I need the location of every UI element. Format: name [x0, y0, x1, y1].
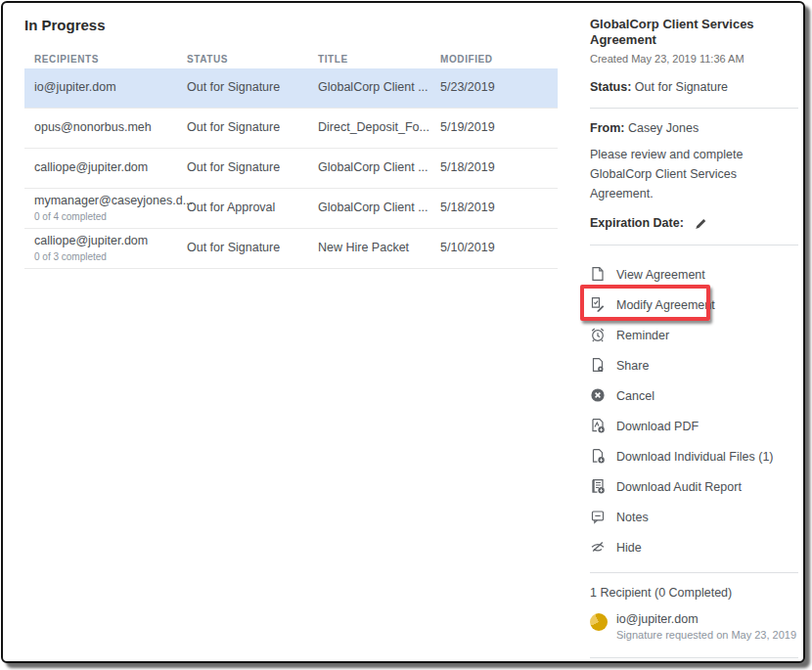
hide-button[interactable]: Hide — [590, 533, 798, 563]
divider — [590, 108, 798, 109]
action-menu: View Agreement Modify Agreement Reminder — [590, 260, 798, 563]
edit-pencil-icon[interactable] — [694, 216, 708, 231]
download-audit-report-button[interactable]: Download Audit Report — [590, 472, 798, 503]
download-pdf-icon — [590, 418, 606, 436]
table-row[interactable]: opus@nonorbus.meh Out for Signature Dire… — [24, 109, 558, 149]
column-header-title: TITLE — [318, 54, 440, 65]
view-agreement-button[interactable]: View Agreement — [590, 260, 798, 290]
row-recipient-email: mymanager@caseyjones.d... — [34, 194, 187, 209]
table-header: RECIPIENTS STATUS TITLE MODIFIED — [24, 49, 558, 68]
table-row[interactable]: io@jupiter.dom Out for Signature GlobalC… — [24, 68, 558, 109]
share-document-icon — [590, 357, 606, 376]
divider — [590, 572, 798, 573]
action-label: Share — [616, 359, 649, 373]
row-completed-count: 0 of 3 completed — [34, 251, 187, 264]
column-header-modified: MODIFIED — [440, 54, 558, 65]
status-label: Status: — [590, 80, 631, 94]
row-recipient: opus@nonorbus.meh — [34, 120, 187, 136]
row-status: Out for Signature — [187, 80, 318, 96]
divider — [590, 657, 798, 658]
recipient-item[interactable]: io@jupiter.dom Signature requested on Ma… — [590, 612, 798, 641]
action-label: Download Audit Report — [616, 480, 742, 494]
screenshot-frame: In Progress RECIPIENTS STATUS TITLE MODI… — [1, 1, 805, 663]
agreement-message: Please review and complete GlobalCorp Cl… — [590, 145, 798, 203]
row-status: Out for Approval — [187, 201, 318, 216]
action-label: Modify Agreement — [616, 298, 715, 312]
row-recipient: io@jupiter.dom — [34, 80, 187, 96]
reminder-button[interactable]: Reminder — [590, 321, 798, 351]
page-title: In Progress — [24, 11, 558, 33]
action-label: Download PDF — [616, 420, 699, 433]
cancel-button[interactable]: Cancel — [590, 381, 798, 412]
row-recipient: mymanager@caseyjones.d... 0 of 4 complet… — [34, 194, 187, 223]
column-header-status: STATUS — [187, 54, 318, 65]
share-button[interactable]: Share — [590, 351, 798, 381]
row-status: Out for Signature — [187, 120, 318, 136]
download-files-icon — [590, 448, 606, 467]
row-modified: 5/18/2019 — [440, 160, 558, 176]
row-modified: 5/18/2019 — [440, 201, 558, 216]
table-row[interactable]: calliope@jupiter.dom Out for Signature G… — [24, 149, 558, 189]
row-status: Out for Signature — [187, 241, 318, 256]
download-individual-files-button[interactable]: Download Individual Files (1) — [590, 442, 798, 472]
from-label: From: — [590, 121, 624, 135]
row-recipient-email: calliope@jupiter.dom — [34, 234, 187, 249]
agreement-detail-panel: GlobalCorp Client Services Agreement Cre… — [590, 17, 798, 663]
action-label: View Agreement — [616, 268, 705, 282]
action-label: Hide — [616, 541, 642, 555]
notes-button[interactable]: Notes — [590, 503, 798, 533]
expiration-label: Expiration Date: — [590, 216, 684, 230]
agreement-from: From: Casey Jones — [590, 121, 798, 135]
row-modified: 5/19/2019 — [440, 120, 558, 136]
row-title: GlobalCorp Client ... — [318, 80, 440, 96]
in-progress-list: In Progress RECIPIENTS STATUS TITLE MODI… — [24, 11, 558, 269]
row-status: Out for Signature — [187, 160, 318, 176]
table-row[interactable]: calliope@jupiter.dom 0 of 3 completed Ou… — [24, 229, 558, 269]
action-label: Reminder — [616, 329, 669, 342]
notes-bubble-icon — [590, 509, 606, 527]
hide-eye-icon — [590, 539, 606, 558]
row-title: GlobalCorp Client ... — [318, 160, 440, 176]
row-modified: 5/23/2019 — [440, 80, 558, 96]
recipients-heading: 1 Recipient (0 Completed) — [590, 586, 798, 600]
status-value: Out for Signature — [635, 80, 728, 94]
recipient-signature-status: Signature requested on May 23, 2019 — [616, 629, 796, 641]
cancel-circle-icon — [590, 387, 606, 406]
action-label: Cancel — [616, 389, 654, 403]
row-title: Direct_Deposit_Fo... — [318, 120, 440, 136]
row-title: GlobalCorp Client ... — [318, 201, 440, 216]
table-row[interactable]: mymanager@caseyjones.d... 0 of 4 complet… — [24, 189, 558, 229]
download-pdf-button[interactable]: Download PDF — [590, 412, 798, 442]
row-modified: 5/10/2019 — [440, 241, 558, 256]
agreement-title: GlobalCorp Client Services Agreement — [590, 17, 798, 49]
row-recipient: calliope@jupiter.dom — [34, 160, 187, 176]
agreement-created-date: Created May 23, 2019 11:36 AM — [590, 53, 798, 65]
row-title: New Hire Packet — [318, 241, 440, 256]
view-agreement-icon — [590, 266, 606, 285]
modify-agreement-button[interactable]: Modify Agreement — [590, 290, 798, 321]
modify-agreement-icon — [590, 296, 606, 315]
action-label: Notes — [616, 511, 649, 524]
row-recipient: calliope@jupiter.dom 0 of 3 completed — [34, 234, 187, 263]
reminder-clock-icon — [590, 327, 606, 345]
recipient-email: io@jupiter.dom — [616, 612, 796, 626]
agreement-status: Status: Out for Signature — [590, 80, 798, 94]
action-label: Download Individual Files (1) — [616, 450, 774, 464]
download-audit-icon — [590, 478, 606, 497]
column-header-recipients: RECIPIENTS — [34, 54, 187, 65]
row-completed-count: 0 of 4 completed — [34, 211, 187, 224]
divider — [590, 245, 798, 246]
from-value: Casey Jones — [628, 121, 699, 135]
expiration-date-row: Expiration Date: — [590, 216, 798, 231]
recipient-avatar — [590, 613, 608, 631]
